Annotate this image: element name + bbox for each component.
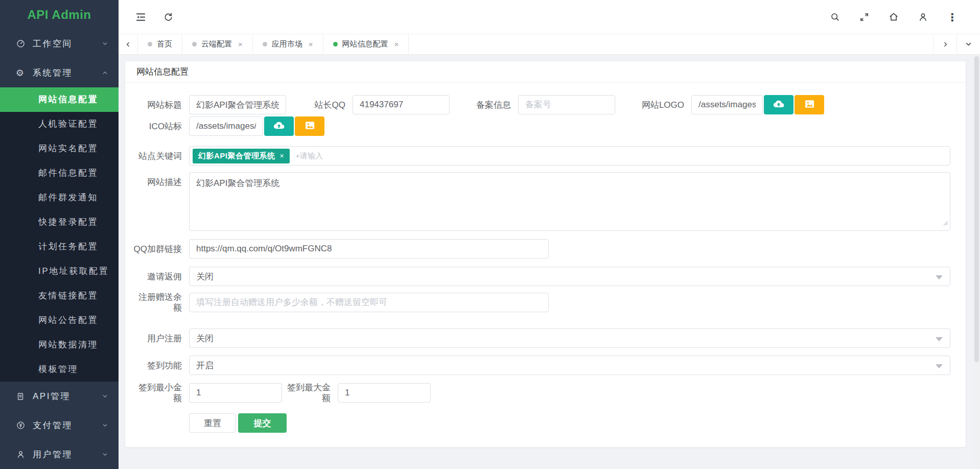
submit-button[interactable]: 提交 bbox=[238, 413, 287, 433]
invite-rebate-label: 邀请返佣 bbox=[133, 271, 182, 282]
caret-down-icon bbox=[936, 364, 943, 368]
close-icon[interactable]: × bbox=[309, 40, 313, 49]
keywords-placeholder: +请输入 bbox=[295, 151, 323, 161]
refresh-icon[interactable] bbox=[163, 12, 174, 22]
reset-button[interactable]: 重置 bbox=[189, 413, 236, 433]
tab-home[interactable]: 首页 bbox=[138, 34, 182, 54]
cloud-upload-icon bbox=[772, 98, 785, 112]
sidebar-item-cron-task[interactable]: 计划任务配置 bbox=[0, 235, 119, 259]
select-value: 关闭 bbox=[196, 271, 214, 283]
collapse-sidebar-icon[interactable] bbox=[135, 11, 147, 23]
tab-label: 首页 bbox=[157, 39, 172, 49]
sidebar-item-ip-fetch[interactable]: IP地址获取配置 bbox=[0, 259, 119, 284]
sidebar-item-workspace[interactable]: 工作空间 bbox=[0, 29, 119, 58]
invite-rebate-select[interactable]: 关闭 bbox=[189, 267, 950, 286]
sidebar-item-site-info[interactable]: 网站信息配置 bbox=[0, 87, 119, 112]
keyword-tag-text: 幻影API聚合管理系统 bbox=[198, 151, 275, 161]
sidebar-item-label: 工作空间 bbox=[33, 38, 73, 50]
sidebar-item-email-broadcast[interactable]: 邮件群发通知 bbox=[0, 185, 119, 210]
signin-max-input[interactable] bbox=[338, 383, 431, 403]
logo-preview-button[interactable] bbox=[795, 95, 824, 114]
user-icon[interactable] bbox=[918, 12, 928, 22]
tab-status-dot bbox=[148, 42, 152, 46]
chevron-down-icon bbox=[102, 40, 108, 47]
signin-min-label: 签到最小金额 bbox=[133, 382, 182, 404]
page-content: 网站信息配置 网站标题 站长QQ 备案信息 网站LOGO bbox=[119, 55, 980, 469]
sidebar-item-email-info[interactable]: 邮件信息配置 bbox=[0, 161, 119, 185]
select-value: 开启 bbox=[196, 360, 214, 371]
cloud-upload-icon bbox=[272, 119, 286, 134]
chevron-down-icon bbox=[102, 451, 108, 458]
tab-label: 云端配置 bbox=[201, 39, 232, 49]
sidebar-item-captcha[interactable]: 人机验证配置 bbox=[0, 112, 119, 136]
image-icon bbox=[304, 119, 316, 133]
sidebar: API Admin 工作空间 ⚙ 系统管理 网站信息配置 人机验证配置 网站实名… bbox=[0, 0, 119, 469]
logo-path-input[interactable] bbox=[691, 95, 763, 114]
app-logo: API Admin bbox=[0, 0, 119, 29]
sidebar-item-payment[interactable]: 支付管理 bbox=[0, 411, 119, 440]
sidebar-item-users[interactable]: 用户管理 bbox=[0, 440, 119, 469]
ico-preview-button[interactable] bbox=[295, 116, 324, 136]
chevron-up-icon bbox=[102, 69, 108, 76]
tabs-scroll-right-icon[interactable] bbox=[933, 34, 956, 54]
signin-select[interactable]: 开启 bbox=[189, 356, 950, 375]
caret-down-icon bbox=[936, 337, 943, 341]
tabs-menu-icon[interactable] bbox=[956, 34, 980, 54]
site-title-label: 网站标题 bbox=[133, 100, 182, 110]
keywords-input[interactable]: 幻影API聚合管理系统 × +请输入 bbox=[189, 146, 950, 166]
sidebar-item-api[interactable]: API管理 bbox=[0, 382, 119, 411]
site-info-form: 网站标题 站长QQ 备案信息 网站LOGO bbox=[125, 83, 966, 447]
logo-upload-button[interactable] bbox=[764, 95, 794, 114]
user-register-select[interactable]: 关闭 bbox=[189, 329, 950, 348]
close-icon[interactable]: × bbox=[394, 40, 399, 49]
signin-label: 签到功能 bbox=[133, 360, 182, 371]
more-menu-icon[interactable]: ⋮ bbox=[947, 12, 958, 22]
sidebar-item-label: 支付管理 bbox=[33, 419, 73, 431]
icp-label: 备案信息 bbox=[470, 100, 511, 110]
sidebar-item-system[interactable]: ⚙ 系统管理 bbox=[0, 58, 119, 87]
signin-max-label: 签到最大金额 bbox=[282, 382, 331, 404]
sidebar-item-quick-login[interactable]: 快捷登录配置 bbox=[0, 210, 119, 235]
sidebar-item-realname[interactable]: 网站实名配置 bbox=[0, 136, 119, 161]
close-icon[interactable]: × bbox=[280, 152, 285, 160]
yen-circle-icon bbox=[15, 420, 26, 430]
site-info-card: 网站信息配置 网站标题 站长QQ 备案信息 网站LOGO bbox=[125, 61, 966, 447]
register-bonus-input[interactable] bbox=[189, 293, 549, 312]
tab-label: 网站信息配置 bbox=[342, 39, 388, 49]
ico-upload-button[interactable] bbox=[264, 116, 294, 136]
site-title-input[interactable] bbox=[189, 95, 286, 114]
description-textarea[interactable]: 幻影API聚合管理系统 bbox=[189, 172, 950, 231]
page-title: 网站信息配置 bbox=[125, 61, 966, 83]
dashboard-icon bbox=[15, 39, 26, 49]
close-icon[interactable]: × bbox=[238, 40, 243, 49]
document-icon bbox=[15, 392, 26, 401]
tab-cloud-config[interactable]: 云端配置 × bbox=[182, 34, 253, 54]
user-register-label: 用户注册 bbox=[133, 333, 182, 344]
sidebar-item-label: 系统管理 bbox=[33, 67, 73, 79]
fullscreen-icon[interactable] bbox=[859, 12, 870, 22]
tab-status-dot bbox=[333, 42, 338, 46]
sidebar-item-friend-links[interactable]: 友情链接配置 bbox=[0, 284, 119, 308]
search-icon[interactable] bbox=[830, 12, 841, 22]
description-label: 网站描述 bbox=[133, 172, 182, 187]
qq-input[interactable] bbox=[353, 95, 450, 114]
top-toolbar: ⋮ bbox=[119, 0, 980, 34]
sidebar-item-data-clean[interactable]: 网站数据清理 bbox=[0, 333, 119, 357]
home-icon[interactable] bbox=[888, 11, 899, 22]
icp-input[interactable] bbox=[518, 95, 615, 114]
logo-label: 网站LOGO bbox=[636, 100, 684, 110]
ico-path-input[interactable] bbox=[189, 116, 263, 136]
scrollbar-thumb[interactable] bbox=[974, 56, 979, 362]
sidebar-item-template[interactable]: 模板管理 bbox=[0, 357, 119, 382]
qq-group-input[interactable] bbox=[189, 239, 549, 259]
tab-site-info-config[interactable]: 网站信息配置 × bbox=[323, 34, 409, 54]
keywords-label: 站点关键词 bbox=[133, 151, 182, 161]
tab-app-market[interactable]: 应用市场 × bbox=[253, 34, 323, 54]
app-window: API Admin 工作空间 ⚙ 系统管理 网站信息配置 人机验证配置 网站实名… bbox=[0, 0, 980, 469]
vertical-scrollbar[interactable] bbox=[973, 55, 980, 469]
tabs-scroll-left-icon[interactable] bbox=[119, 34, 138, 54]
sidebar-item-announcement[interactable]: 网站公告配置 bbox=[0, 308, 119, 333]
signin-min-input[interactable] bbox=[189, 383, 282, 403]
qq-group-label: QQ加群链接 bbox=[133, 244, 182, 254]
tab-status-dot bbox=[263, 42, 267, 46]
